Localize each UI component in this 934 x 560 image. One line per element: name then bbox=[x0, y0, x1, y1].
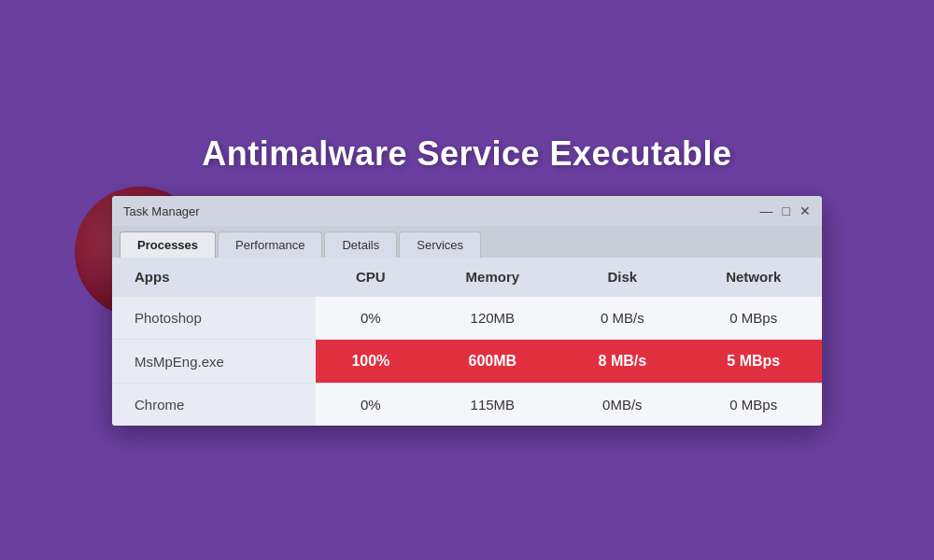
tab-processes[interactable]: Processes bbox=[120, 231, 216, 258]
process-name: Photoshop bbox=[112, 297, 316, 340]
maximize-button[interactable]: □ bbox=[783, 203, 790, 218]
process-table: Apps CPU Memory Disk Network Photoshop0%… bbox=[112, 258, 822, 426]
col-header-apps: Apps bbox=[112, 258, 316, 297]
process-network: 5 MBps bbox=[685, 340, 822, 384]
minimize-button[interactable]: — bbox=[760, 203, 773, 218]
tab-details[interactable]: Details bbox=[324, 231, 397, 258]
process-name: Chrome bbox=[112, 384, 316, 427]
table-row[interactable]: Chrome0%115MB0MB/s0 MBps bbox=[112, 384, 822, 427]
process-memory: 120MB bbox=[425, 297, 559, 340]
process-cpu: 0% bbox=[316, 297, 425, 340]
task-manager-window: Task Manager — □ ✕ Processes Performance… bbox=[112, 196, 822, 426]
tab-performance[interactable]: Performance bbox=[218, 231, 322, 258]
close-button[interactable]: ✕ bbox=[800, 203, 811, 218]
process-memory: 600MB bbox=[425, 340, 559, 384]
title-bar: Task Manager — □ ✕ bbox=[112, 196, 822, 226]
process-cpu: 100% bbox=[316, 340, 425, 384]
col-header-memory: Memory bbox=[425, 258, 559, 297]
window-controls: — □ ✕ bbox=[760, 203, 811, 218]
process-disk: 8 MB/s bbox=[559, 340, 685, 384]
table-row[interactable]: MsMpEng.exe100%600MB8 MB/s5 MBps bbox=[112, 340, 822, 384]
col-header-disk: Disk bbox=[559, 258, 685, 297]
tabs-row: Processes Performance Details Services bbox=[112, 226, 822, 258]
page-title: Antimalware Service Executable bbox=[202, 134, 731, 174]
process-disk: 0 MB/s bbox=[559, 297, 685, 340]
table-area: Apps CPU Memory Disk Network Photoshop0%… bbox=[112, 258, 822, 426]
table-row[interactable]: Photoshop0%120MB0 MB/s0 MBps bbox=[112, 297, 822, 340]
process-cpu: 0% bbox=[316, 384, 425, 427]
window-title-label: Task Manager bbox=[123, 204, 200, 218]
tab-services[interactable]: Services bbox=[399, 231, 481, 258]
process-memory: 115MB bbox=[425, 384, 559, 427]
table-header-row: Apps CPU Memory Disk Network bbox=[112, 258, 822, 297]
process-name: MsMpEng.exe bbox=[112, 340, 316, 384]
process-disk: 0MB/s bbox=[559, 384, 685, 427]
process-network: 0 MBps bbox=[685, 384, 822, 427]
col-header-network: Network bbox=[685, 258, 822, 297]
col-header-cpu: CPU bbox=[316, 258, 425, 297]
process-network: 0 MBps bbox=[685, 297, 822, 340]
